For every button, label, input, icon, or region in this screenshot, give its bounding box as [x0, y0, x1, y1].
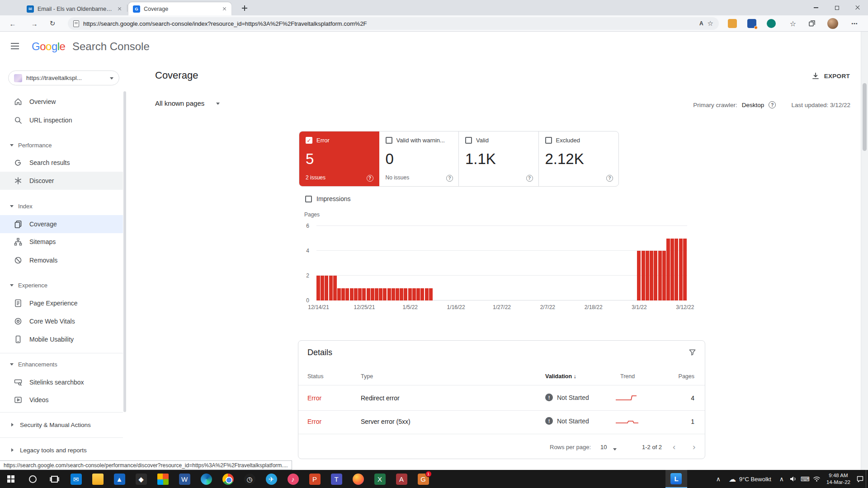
address-bar[interactable]: A ☆: [68, 17, 719, 30]
column-trend[interactable]: Trend: [620, 373, 635, 380]
column-status[interactable]: Status: [307, 373, 323, 380]
start-button[interactable]: [0, 470, 22, 488]
show-desktop-button[interactable]: [866, 470, 868, 488]
favorite-star-icon[interactable]: ☆: [708, 19, 713, 28]
taskbar-app-office[interactable]: [152, 470, 174, 488]
status-card-valid-with-warnings[interactable]: Valid with warnin... 0 No issues ?: [379, 131, 459, 186]
taskbar-app-photos[interactable]: ▲: [108, 470, 130, 488]
weather-widget[interactable]: ☁ 9°C Bewolkt: [724, 470, 776, 488]
taskbar-app-chrome[interactable]: [217, 470, 239, 488]
window-close-button[interactable]: [847, 0, 868, 15]
taskbar-app-word[interactable]: W: [174, 470, 195, 488]
column-type[interactable]: Type: [361, 373, 373, 380]
sidebar-item-mobile-usability[interactable]: Mobile Usability: [0, 330, 123, 348]
tab-close-icon[interactable]: [116, 5, 123, 13]
checkbox-icon[interactable]: [386, 137, 392, 144]
refresh-button[interactable]: ↻: [46, 19, 59, 28]
taskbar-app-mail[interactable]: ✉: [65, 470, 87, 488]
window-maximize-button[interactable]: [826, 0, 847, 15]
crawler-help-icon[interactable]: ?: [769, 101, 776, 108]
card-help-icon[interactable]: ?: [367, 174, 373, 182]
status-card-excluded[interactable]: Excluded 2.12K ?: [539, 131, 619, 186]
tab-email[interactable]: ✉ Email - Els van Oldenbarneveld: [22, 2, 127, 15]
taskbar-app-music[interactable]: ♪: [282, 470, 304, 488]
sidebar-scrollbar[interactable]: [123, 91, 126, 412]
sidebar-item-search-results[interactable]: Search results: [0, 154, 123, 172]
checkbox-icon[interactable]: [545, 137, 552, 144]
page-filter-dropdown[interactable]: All known pages: [155, 99, 220, 107]
task-view-button[interactable]: [43, 470, 65, 488]
export-button[interactable]: EXPORT: [811, 71, 850, 80]
previous-page-icon[interactable]: ‹: [673, 442, 675, 451]
column-pages[interactable]: Pages: [679, 373, 694, 380]
checkbox-icon[interactable]: [465, 137, 472, 144]
taskbar-app-dark-app[interactable]: ◆: [130, 470, 152, 488]
tab-close-icon[interactable]: [221, 5, 228, 13]
row-type[interactable]: Redirect error: [361, 394, 400, 402]
favorites-bar-icon[interactable]: ☆: [788, 19, 798, 28]
next-page-icon[interactable]: ›: [693, 442, 695, 451]
row-type[interactable]: Server error (5xx): [361, 418, 410, 425]
property-selector[interactable]: https://traveltalkspl...: [8, 70, 119, 85]
browser-menu-icon[interactable]: ⋯: [849, 19, 860, 28]
impressions-toggle[interactable]: Impressions: [305, 195, 350, 202]
checkbox-icon[interactable]: [305, 196, 312, 202]
tab-coverage[interactable]: G Coverage: [128, 2, 231, 15]
sidebar-item-url-inspection[interactable]: URL inspection: [0, 111, 123, 129]
window-minimize-button[interactable]: [806, 0, 826, 15]
scrollbar-thumb[interactable]: [863, 83, 867, 151]
card-help-icon[interactable]: ?: [446, 174, 453, 182]
sidebar-group-legacy-tools[interactable]: Legacy tools and reports: [0, 442, 123, 458]
taskbar-search-button[interactable]: [22, 470, 43, 488]
taskbar-app-teams[interactable]: T: [326, 470, 347, 488]
sidebar-group-experience[interactable]: Experience: [0, 277, 123, 293]
page-info-icon[interactable]: [73, 20, 79, 27]
chevron-down-icon[interactable]: [613, 448, 617, 452]
sidebar-item-page-experience[interactable]: Page Experience: [0, 294, 123, 312]
taskbar-clock[interactable]: 9:48 AM 14-Mar-22: [823, 470, 854, 488]
sidebar-group-performance[interactable]: Performance: [0, 137, 123, 153]
sidebar-group-index[interactable]: Index: [0, 198, 123, 214]
extension-3-icon[interactable]: [767, 19, 776, 28]
action-center-icon[interactable]: [854, 470, 866, 488]
status-card-valid[interactable]: Valid 1.1K ?: [459, 131, 539, 186]
rows-per-page-select[interactable]: 10: [600, 444, 607, 450]
page-scrollbar[interactable]: [861, 32, 868, 470]
back-button[interactable]: ←: [6, 19, 19, 28]
taskbar-app-l[interactable]: L: [665, 470, 687, 488]
card-help-icon[interactable]: ?: [606, 174, 613, 182]
extension-2-icon[interactable]: [747, 19, 756, 28]
taskbar-app-powerpoint[interactable]: P: [304, 470, 326, 488]
table-filter-button[interactable]: [688, 348, 697, 358]
column-validation[interactable]: Validation ↓: [545, 373, 576, 380]
taskbar-app-edge[interactable]: [195, 470, 217, 488]
sidebar-item-core-web-vitals[interactable]: Core Web Vitals: [0, 312, 123, 330]
sidebar-item-overview[interactable]: Overview: [0, 93, 123, 111]
url-input[interactable]: [83, 20, 695, 27]
network-icon[interactable]: [811, 470, 823, 488]
sidebar-item-removals[interactable]: Removals: [0, 251, 123, 269]
taskbar-app-clock-app[interactable]: ◷: [239, 470, 260, 488]
sidebar-item-sitelinks-searchbox[interactable]: Sitelinks searchbox: [0, 373, 123, 391]
google-logo[interactable]: G o o g l e: [32, 40, 65, 53]
sidebar-item-videos[interactable]: Videos: [0, 391, 123, 409]
taskbar-app-file-explorer[interactable]: [87, 470, 108, 488]
card-help-icon[interactable]: ?: [526, 174, 533, 182]
checkbox-checked-icon[interactable]: ✓: [306, 137, 312, 144]
hidden-icons-chevron[interactable]: ∧: [712, 470, 724, 488]
taskbar-app-firefox[interactable]: [347, 470, 369, 488]
read-aloud-icon[interactable]: A: [699, 20, 703, 27]
sidebar-item-sitemaps[interactable]: Sitemaps: [0, 233, 123, 251]
new-tab-button[interactable]: [240, 3, 250, 13]
taskbar-app-telegram[interactable]: ✈: [260, 470, 282, 488]
hamburger-menu-icon[interactable]: [11, 42, 21, 51]
volume-icon[interactable]: [788, 470, 799, 488]
sidebar-group-enhancements[interactable]: Enhancements: [0, 356, 123, 372]
keyboard-icon[interactable]: ⌨: [799, 470, 811, 488]
tray-chevron-icon[interactable]: ∧: [776, 470, 788, 488]
taskbar-app-access[interactable]: A: [391, 470, 412, 488]
sidebar-item-discover[interactable]: Discover: [0, 172, 123, 190]
forward-button[interactable]: →: [28, 19, 41, 28]
extension-1-icon[interactable]: [728, 19, 737, 28]
status-card-error[interactable]: ✓ Error 5 2 issues ?: [299, 131, 379, 186]
